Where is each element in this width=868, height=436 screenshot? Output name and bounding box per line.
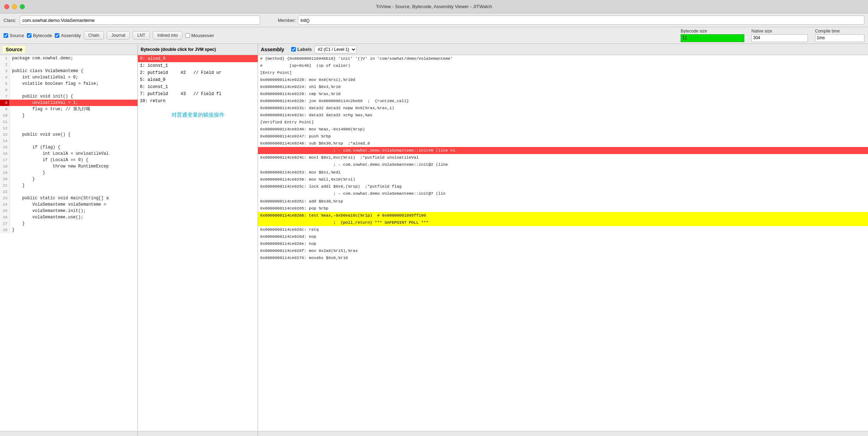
line-code: public class VolaSemanteme { xyxy=(10,68,83,74)
table-row[interactable]: 8 unvloatileVal = 1; xyxy=(0,100,137,106)
maximize-button[interactable] xyxy=(20,4,25,9)
table-row[interactable]: 28} xyxy=(0,227,137,233)
line-code xyxy=(10,119,12,125)
table-row[interactable]: 15 if (flag) { xyxy=(0,144,137,151)
bytecode-size-label: Bytecode size xyxy=(681,29,744,34)
toolbar-row1: Class: Member: xyxy=(0,13,868,27)
table-row[interactable]: 27 } xyxy=(0,220,137,227)
table-row[interactable]: 10 } xyxy=(0,112,137,119)
table-row[interactable]: 5 volatile boolean flag = false; xyxy=(0,81,137,87)
line-number: 20 xyxy=(0,176,10,182)
inlined-into-button[interactable]: Inlined into xyxy=(153,31,182,40)
list-item[interactable]: 10: return xyxy=(138,98,258,105)
line-number: 25 xyxy=(0,208,10,214)
labels-checkbox[interactable] xyxy=(291,47,296,52)
line-number: 14 xyxy=(0,138,10,144)
list-item[interactable]: 0: aload_0 xyxy=(138,55,258,62)
table-row[interactable]: 7 public void init() { xyxy=(0,93,137,100)
mouseover-checkbox[interactable] xyxy=(185,33,190,38)
bytecode-scrollbar[interactable] xyxy=(138,431,258,436)
list-item: 0x0000000114ce9247: push %rbp xyxy=(258,133,868,140)
table-row[interactable]: 1package com.sowhat.demo; xyxy=(0,55,137,61)
line-code: } xyxy=(10,112,25,119)
assembly-scrollbar[interactable] xyxy=(258,431,868,436)
member-wrapper: Member: xyxy=(278,16,864,25)
list-item: 0x0000000114ce922b: jne 0x0000000114c2be… xyxy=(258,98,868,105)
line-code: volatile boolean flag = false; xyxy=(10,81,99,87)
window-title: TriView - Source, Bytecode, Assembly Vie… xyxy=(376,4,492,9)
table-row[interactable]: 9 flag = true; // 第九行哦 xyxy=(0,106,137,112)
bytecode-checkbox[interactable] xyxy=(27,33,31,38)
list-item: 0x0000000114ce9220: mov 0x8(%rsi),%r10d xyxy=(258,76,868,83)
list-item: [Verified Entry Point] xyxy=(258,119,868,126)
source-checkbox[interactable] xyxy=(4,33,8,38)
list-item: # {method} {0x000000011094bb18} 'init' '… xyxy=(258,55,868,62)
line-number: 15 xyxy=(0,144,10,151)
list-item[interactable]: 6: iconst_1 xyxy=(138,83,258,90)
line-code: public void init() { xyxy=(10,93,73,100)
chain-button[interactable]: Chain xyxy=(84,31,104,40)
table-row[interactable]: 22 xyxy=(0,189,137,195)
assembly-header-text: Assembly xyxy=(261,47,284,52)
list-item[interactable]: 2: putfield #2 // Field ur xyxy=(138,69,258,76)
list-item[interactable]: 7: putfield #3 // Field fl xyxy=(138,90,258,98)
list-item: # [sp+0x40] (sp of caller) xyxy=(258,62,868,69)
table-row[interactable]: 6 xyxy=(0,87,137,93)
line-code: } xyxy=(10,227,14,233)
source-content[interactable]: 1package com.sowhat.demo;23public class … xyxy=(0,55,137,431)
table-row[interactable]: 17 if (LocalA == 0) { xyxy=(0,157,137,163)
assembly-level-dropdown[interactable]: #2 (C1 / Level 1) xyxy=(315,46,357,53)
table-row[interactable]: 4 int unvloatileVal = 0; xyxy=(0,74,137,81)
line-number: 19 xyxy=(0,170,10,176)
assembly-content[interactable]: # {method} {0x000000011094bb18} 'init' '… xyxy=(258,55,868,431)
journal-button[interactable]: Journal xyxy=(107,31,130,40)
table-row[interactable]: 26 volaSemanteme.use(); xyxy=(0,214,137,220)
lnt-button[interactable]: LNT xyxy=(133,31,150,40)
source-scrollbar[interactable] xyxy=(0,431,138,436)
list-item: 0x0000000114ce9231: data32 data32 nopw 0… xyxy=(258,105,868,112)
table-row[interactable]: 16 int LocalA = unvloatileVal xyxy=(0,151,137,157)
class-input[interactable] xyxy=(20,16,260,25)
table-row[interactable]: 3public class VolaSemanteme { xyxy=(0,68,137,74)
list-item: 0x0000000114ce9276: movabs $0x0,%r10 xyxy=(258,254,868,261)
table-row[interactable]: 24 VolaSemanteme volaSemanteme = xyxy=(0,201,137,208)
member-label: Member: xyxy=(278,18,296,23)
table-row[interactable]: 2 xyxy=(0,61,137,68)
table-row[interactable]: 25 volaSemanteme.init(); xyxy=(0,208,137,214)
table-row[interactable]: 18 throw new RuntimeExcep xyxy=(0,163,137,170)
list-item: 0x0000000114ce926e: nop xyxy=(258,240,868,247)
native-size-value: 304 xyxy=(751,34,808,42)
member-input[interactable] xyxy=(298,16,864,25)
list-item: 0x0000000114ce9228: cmp %rax,%r10 xyxy=(258,90,868,98)
line-code: } xyxy=(10,170,45,176)
table-row[interactable]: 14 xyxy=(0,138,137,144)
list-item: 0x0000000114ce926d: nop xyxy=(258,233,868,240)
table-row[interactable]: 20 } xyxy=(0,176,137,182)
mouseover-checkbox-label[interactable]: Mouseover xyxy=(185,33,214,38)
line-number: 21 xyxy=(0,182,10,189)
table-row[interactable]: 21 } xyxy=(0,182,137,189)
close-button[interactable] xyxy=(4,4,9,9)
list-item[interactable]: 1: iconst_1 xyxy=(138,62,258,69)
line-code: public static void main(String[] a xyxy=(10,195,109,201)
minimize-button[interactable] xyxy=(12,4,17,9)
bytecode-content[interactable]: 0: aload_01: iconst_12: putfield #2 // F… xyxy=(138,55,258,431)
assembly-panel-header: Assembly Labels #2 (C1 / Level 1) xyxy=(258,44,868,55)
assembly-checkbox-label[interactable]: Assembly xyxy=(55,33,81,38)
table-row[interactable]: 19 } xyxy=(0,170,137,176)
line-number: 13 xyxy=(0,131,10,138)
line-code xyxy=(10,87,12,93)
source-checkbox-label[interactable]: Source xyxy=(4,33,24,38)
labels-checkbox-label[interactable]: Labels xyxy=(291,47,312,52)
compile-time-label: Compile time xyxy=(815,29,864,34)
list-item[interactable]: 5: aload_0 xyxy=(138,76,258,83)
table-row[interactable]: 23 public static void main(String[] a xyxy=(0,195,137,201)
source-panel-header: Source xyxy=(0,44,137,55)
list-item: ; - com.sowhat.demo.VolaSemanteme::init#… xyxy=(258,147,868,154)
table-row[interactable]: 11 xyxy=(0,119,137,125)
table-row[interactable]: 12 xyxy=(0,125,137,131)
bytecode-checkbox-label[interactable]: Bytecode xyxy=(27,33,52,38)
table-row[interactable]: 13 public void use() { xyxy=(0,131,137,138)
assembly-checkbox[interactable] xyxy=(55,33,59,38)
line-code: int unvloatileVal = 0; xyxy=(10,74,78,81)
